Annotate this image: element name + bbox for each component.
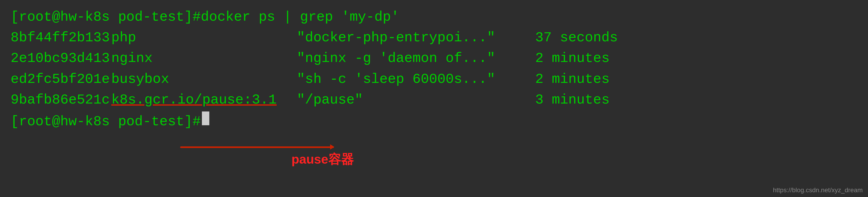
container-id-3: ed2fc5bf201e <box>10 70 111 89</box>
time-2: 2 minutes <box>535 49 610 68</box>
table-row: 2e10bc93d413 nginx "nginx -g 'daemon of.… <box>10 49 858 68</box>
time-3: 2 minutes <box>535 70 610 89</box>
command-text: docker ps | grep 'my-dp' <box>201 8 399 27</box>
prompt: [root@hw-k8s pod-test]# <box>10 8 201 27</box>
command-3: "sh -c 'sleep 60000s..." <box>297 70 535 89</box>
table-row: ed2fc5bf201e busybox "sh -c 'sleep 60000… <box>10 70 858 89</box>
pause-annotation: pause容器 <box>291 151 354 168</box>
image-4: k8s.gcr.io/pause:3.1 <box>111 91 297 109</box>
container-id-2: 2e10bc93d413 <box>10 49 111 68</box>
watermark: https://blog.csdn.net/xyz_dream <box>773 187 863 194</box>
terminal-window: [root@hw-k8s pod-test]# docker ps | grep… <box>0 0 868 197</box>
command-1: "docker-php-entrypoi..." <box>297 29 535 47</box>
final-prompt-line: [root@hw-k8s pod-test]# <box>10 111 858 131</box>
time-4: 3 minutes <box>535 91 610 109</box>
command-2: "nginx -g 'daemon of..." <box>297 49 535 68</box>
command-4: "/pause" <box>297 91 535 109</box>
table-row: 8bf44ff2b133 php "docker-php-entrypoi...… <box>10 29 858 47</box>
container-id-1: 8bf44ff2b133 <box>10 29 111 47</box>
annotation-arrow <box>180 146 334 148</box>
final-prompt: [root@hw-k8s pod-test]# <box>10 112 201 131</box>
table-row: 9bafb86e521c k8s.gcr.io/pause:3.1 "/paus… <box>10 91 858 109</box>
time-1: 37 seconds <box>535 29 618 47</box>
image-2: nginx <box>111 49 297 68</box>
command-line: [root@hw-k8s pod-test]# docker ps | grep… <box>10 8 858 27</box>
image-3: busybox <box>111 70 297 89</box>
image-1: php <box>111 29 297 47</box>
container-id-4: 9bafb86e521c <box>10 91 111 109</box>
cursor <box>202 111 209 125</box>
